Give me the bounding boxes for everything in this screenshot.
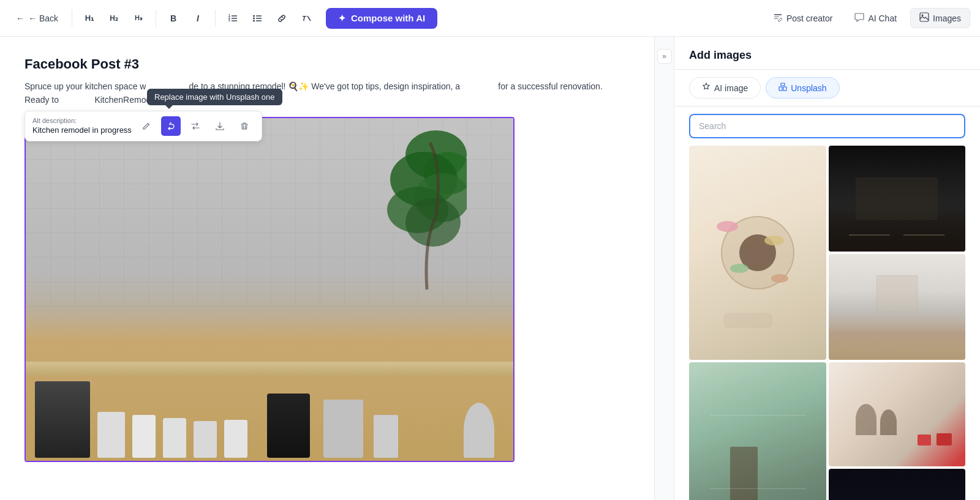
clear-format-button[interactable]: T — [296, 9, 316, 28]
tab-unsplash-label: Unsplash — [791, 83, 826, 93]
edit-pencil-icon — [142, 122, 151, 130]
back-button[interactable]: ← ← Back — [10, 10, 64, 27]
h1-button[interactable]: H₁ — [80, 9, 99, 28]
header: ← ← Back H₁ H₂ H₃ B I 1 2 3 — [0, 0, 980, 37]
replace-image-button[interactable] — [161, 116, 181, 136]
svg-point-15 — [922, 15, 924, 17]
unsplash-icon — [778, 83, 787, 93]
toolbar-separator-1 — [72, 10, 72, 27]
search-input[interactable] — [689, 114, 965, 138]
download-icon — [216, 122, 224, 130]
plant-svg — [381, 118, 467, 314]
alt-description-section: Alt description: Kitchen remodel in prog… — [32, 117, 132, 135]
compose-label: Compose with AI — [351, 13, 425, 23]
ul-icon — [252, 13, 262, 23]
image-container: Replace image with Unsplash one Alt desc… — [24, 117, 514, 462]
link-button[interactable] — [272, 9, 292, 28]
panel-title: Add images — [689, 49, 965, 62]
svg-point-7 — [253, 17, 255, 19]
ai-chat-icon — [854, 12, 864, 24]
ai-chat-button[interactable]: AI Chat — [846, 9, 905, 28]
grid-image-modern-kitchen[interactable] — [829, 254, 966, 360]
ai-chat-label: AI Chat — [868, 13, 897, 23]
collapse-arrows-icon: » — [662, 52, 666, 61]
delete-image-button[interactable] — [235, 116, 254, 136]
image-source-tabs: AI image Unsplash — [674, 70, 980, 106]
panel-collapse-divider[interactable]: » — [654, 37, 674, 500]
right-panel: Add images AI image Unsplash — [674, 37, 980, 500]
edit-alt-button[interactable] — [137, 116, 156, 136]
alt-value: Kitchen remodel in progress — [32, 125, 132, 135]
ol-icon: 1 2 3 — [228, 13, 238, 23]
swap-image-button[interactable] — [186, 116, 205, 136]
ordered-list-button[interactable]: 1 2 3 — [223, 9, 243, 28]
svg-line-13 — [307, 16, 311, 21]
post-creator-label: Post creator — [786, 13, 832, 23]
post-creator-button[interactable]: Post creator — [764, 9, 841, 28]
toolbar-separator-3 — [215, 10, 216, 27]
tooltip-text: Replace image with Unsplash one — [154, 92, 275, 102]
image-grid — [674, 146, 980, 500]
svg-point-6 — [253, 15, 255, 17]
main-layout: Facebook Post #3 Spruce up your kitchen … — [0, 37, 980, 500]
h3-button[interactable]: H₃ — [129, 9, 148, 28]
grid-image-tall-kitchen[interactable] — [689, 362, 826, 500]
post-text: Spruce up your kitchen space w de to a s… — [24, 80, 630, 107]
header-right: Post creator AI Chat Images — [764, 8, 970, 28]
grid-image-macaron[interactable] — [689, 146, 826, 360]
back-label: ← Back — [28, 13, 58, 23]
replace-icon — [167, 122, 175, 130]
panel-header: Add images — [674, 37, 980, 70]
italic-button[interactable]: I — [188, 9, 208, 28]
post-title: Facebook Post #3 — [24, 56, 630, 72]
clear-format-icon: T — [301, 13, 311, 23]
unordered-list-button[interactable] — [247, 9, 267, 28]
tooltip: Replace image with Unsplash one — [147, 89, 282, 105]
link-icon — [277, 13, 287, 23]
delete-icon — [240, 122, 249, 130]
images-icon — [919, 12, 929, 24]
svg-text:T: T — [302, 15, 307, 22]
svg-rect-14 — [920, 13, 929, 21]
search-wrap — [674, 106, 980, 146]
post-creator-icon — [773, 12, 783, 24]
alt-label: Alt description: — [32, 117, 132, 124]
tab-ai-image-label: AI image — [714, 83, 748, 93]
svg-text:3: 3 — [228, 18, 230, 22]
bold-button[interactable]: B — [164, 9, 183, 28]
compose-wand-icon: ✦ — [338, 13, 346, 24]
grid-image-dark-kitchen[interactable] — [829, 146, 966, 252]
grid-image-dark-counter[interactable] — [829, 469, 966, 500]
download-image-button[interactable] — [210, 116, 230, 136]
ai-image-icon — [702, 83, 710, 93]
collapse-button[interactable]: » — [657, 49, 672, 64]
tab-ai-image[interactable]: AI image — [689, 77, 761, 99]
kitchen-image-placeholder — [26, 118, 514, 461]
images-label: Images — [933, 13, 961, 23]
tab-unsplash[interactable]: Unsplash — [766, 77, 839, 99]
compose-with-ai-button[interactable]: ✦ Compose with AI — [326, 8, 437, 29]
kitchen-image[interactable] — [24, 117, 514, 462]
svg-point-8 — [253, 20, 255, 21]
images-button[interactable]: Images — [910, 8, 970, 28]
h2-button[interactable]: H₂ — [104, 9, 124, 28]
swap-icon — [191, 122, 200, 130]
image-toolbar: Alt description: Kitchen remodel in prog… — [24, 111, 262, 141]
toolbar-separator-2 — [156, 10, 156, 27]
editor-area: Facebook Post #3 Spruce up your kitchen … — [0, 37, 654, 500]
back-arrow-icon: ← — [16, 13, 24, 23]
grid-image-couple-cooking[interactable] — [829, 362, 966, 466]
